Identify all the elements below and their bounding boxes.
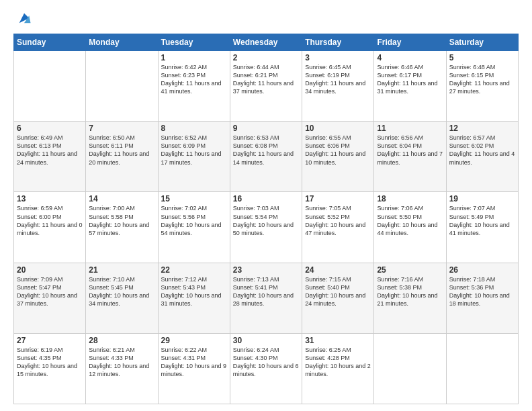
calendar-cell: 12Sunrise: 6:57 AM Sunset: 6:02 PM Dayli… [446, 122, 518, 192]
day-info: Sunrise: 6:53 AM Sunset: 6:08 PM Dayligh… [233, 134, 299, 167]
day-number: 27 [17, 336, 83, 345]
calendar-cell: 13Sunrise: 6:59 AM Sunset: 6:00 PM Dayli… [14, 192, 86, 263]
calendar-cell: 18Sunrise: 7:06 AM Sunset: 5:50 PM Dayli… [374, 192, 446, 263]
day-number: 23 [233, 265, 299, 275]
calendar-cell: 22Sunrise: 7:12 AM Sunset: 5:43 PM Dayli… [158, 263, 230, 333]
day-info: Sunrise: 6:50 AM Sunset: 6:11 PM Dayligh… [89, 134, 154, 167]
day-number: 19 [449, 194, 515, 203]
day-info: Sunrise: 6:55 AM Sunset: 6:06 PM Dayligh… [305, 134, 371, 167]
day-info: Sunrise: 7:09 AM Sunset: 5:47 PM Dayligh… [17, 275, 83, 308]
day-number: 30 [233, 336, 299, 345]
day-info: Sunrise: 6:19 AM Sunset: 4:35 PM Dayligh… [17, 346, 83, 379]
calendar-cell: 6Sunrise: 6:49 AM Sunset: 6:13 PM Daylig… [14, 122, 86, 192]
day-number: 13 [17, 194, 83, 203]
day-info: Sunrise: 6:57 AM Sunset: 6:02 PM Dayligh… [449, 134, 515, 167]
day-number: 17 [305, 194, 371, 203]
calendar-cell: 16Sunrise: 7:03 AM Sunset: 5:54 PM Dayli… [230, 192, 302, 263]
day-info: Sunrise: 6:42 AM Sunset: 6:23 PM Dayligh… [161, 63, 227, 96]
calendar-day-header: Friday [374, 34, 446, 51]
calendar-cell: 9Sunrise: 6:53 AM Sunset: 6:08 PM Daylig… [230, 122, 302, 192]
day-info: Sunrise: 7:18 AM Sunset: 5:36 PM Dayligh… [449, 275, 515, 308]
calendar-cell: 10Sunrise: 6:55 AM Sunset: 6:06 PM Dayli… [302, 122, 374, 192]
day-info: Sunrise: 6:21 AM Sunset: 4:33 PM Dayligh… [89, 346, 154, 379]
day-number: 18 [377, 194, 443, 203]
day-number: 14 [89, 194, 154, 203]
day-info: Sunrise: 7:05 AM Sunset: 5:52 PM Dayligh… [305, 204, 371, 237]
day-number: 12 [449, 124, 515, 133]
day-info: Sunrise: 7:00 AM Sunset: 5:58 PM Dayligh… [89, 204, 154, 237]
day-info: Sunrise: 6:46 AM Sunset: 6:17 PM Dayligh… [377, 63, 443, 96]
calendar-cell: 5Sunrise: 6:48 AM Sunset: 6:15 PM Daylig… [446, 51, 518, 122]
calendar-header-row: SundayMondayTuesdayWednesdayThursdayFrid… [14, 34, 519, 51]
calendar-cell: 1Sunrise: 6:42 AM Sunset: 6:23 PM Daylig… [158, 51, 230, 122]
day-info: Sunrise: 6:45 AM Sunset: 6:19 PM Dayligh… [305, 63, 371, 96]
day-number: 31 [305, 336, 371, 345]
day-number: 6 [17, 124, 83, 133]
calendar-cell: 19Sunrise: 7:07 AM Sunset: 5:49 PM Dayli… [446, 192, 518, 263]
calendar-cell: 7Sunrise: 6:50 AM Sunset: 6:11 PM Daylig… [86, 122, 158, 192]
calendar-week-row: 6Sunrise: 6:49 AM Sunset: 6:13 PM Daylig… [14, 122, 519, 192]
day-number: 10 [305, 124, 371, 133]
day-info: Sunrise: 6:24 AM Sunset: 4:30 PM Dayligh… [233, 346, 299, 379]
logo-icon [17, 11, 32, 26]
day-number: 2 [233, 53, 299, 62]
day-number: 4 [377, 53, 443, 62]
day-info: Sunrise: 7:03 AM Sunset: 5:54 PM Dayligh… [233, 204, 299, 237]
calendar-cell: 17Sunrise: 7:05 AM Sunset: 5:52 PM Dayli… [302, 192, 374, 263]
day-info: Sunrise: 7:13 AM Sunset: 5:41 PM Dayligh… [233, 275, 299, 308]
calendar-cell: 29Sunrise: 6:22 AM Sunset: 4:31 PM Dayli… [158, 333, 230, 404]
calendar-day-header: Thursday [302, 34, 374, 51]
day-number: 28 [89, 336, 154, 345]
day-number: 15 [161, 194, 227, 203]
calendar-week-row: 20Sunrise: 7:09 AM Sunset: 5:47 PM Dayli… [14, 263, 519, 333]
day-number: 11 [377, 124, 443, 133]
calendar-day-header: Tuesday [158, 34, 230, 51]
day-info: Sunrise: 7:07 AM Sunset: 5:49 PM Dayligh… [449, 204, 515, 237]
calendar-day-header: Saturday [446, 34, 518, 51]
calendar-cell: 31Sunrise: 6:25 AM Sunset: 4:28 PM Dayli… [302, 333, 374, 404]
calendar-cell: 24Sunrise: 7:15 AM Sunset: 5:40 PM Dayli… [302, 263, 374, 333]
calendar-cell: 20Sunrise: 7:09 AM Sunset: 5:47 PM Dayli… [14, 263, 86, 333]
calendar-cell [14, 51, 86, 122]
calendar-cell: 14Sunrise: 7:00 AM Sunset: 5:58 PM Dayli… [86, 192, 158, 263]
calendar-cell [374, 333, 446, 404]
calendar-cell: 27Sunrise: 6:19 AM Sunset: 4:35 PM Dayli… [14, 333, 86, 404]
calendar-cell: 8Sunrise: 6:52 AM Sunset: 6:09 PM Daylig… [158, 122, 230, 192]
calendar-day-header: Sunday [14, 34, 86, 51]
calendar-cell: 11Sunrise: 6:56 AM Sunset: 6:04 PM Dayli… [374, 122, 446, 192]
day-number: 22 [161, 265, 227, 275]
day-info: Sunrise: 7:16 AM Sunset: 5:38 PM Dayligh… [377, 275, 443, 308]
day-number: 3 [305, 53, 371, 62]
day-info: Sunrise: 6:22 AM Sunset: 4:31 PM Dayligh… [161, 346, 227, 379]
day-number: 1 [161, 53, 227, 62]
day-number: 26 [449, 265, 515, 275]
day-number: 24 [305, 265, 371, 275]
day-info: Sunrise: 7:02 AM Sunset: 5:56 PM Dayligh… [161, 204, 227, 237]
day-info: Sunrise: 7:15 AM Sunset: 5:40 PM Dayligh… [305, 275, 371, 308]
day-info: Sunrise: 6:48 AM Sunset: 6:15 PM Dayligh… [449, 63, 515, 96]
day-info: Sunrise: 7:12 AM Sunset: 5:43 PM Dayligh… [161, 275, 227, 308]
day-info: Sunrise: 6:25 AM Sunset: 4:28 PM Dayligh… [305, 346, 371, 379]
page: SundayMondayTuesdayWednesdayThursdayFrid… [0, 0, 532, 411]
calendar-cell: 23Sunrise: 7:13 AM Sunset: 5:41 PM Dayli… [230, 263, 302, 333]
calendar-cell: 25Sunrise: 7:16 AM Sunset: 5:38 PM Dayli… [374, 263, 446, 333]
calendar-cell: 15Sunrise: 7:02 AM Sunset: 5:56 PM Dayli… [158, 192, 230, 263]
day-number: 21 [89, 265, 154, 275]
calendar-cell [446, 333, 518, 404]
day-info: Sunrise: 6:56 AM Sunset: 6:04 PM Dayligh… [377, 134, 443, 167]
day-info: Sunrise: 6:59 AM Sunset: 6:00 PM Dayligh… [17, 204, 83, 237]
day-info: Sunrise: 6:49 AM Sunset: 6:13 PM Dayligh… [17, 134, 83, 167]
calendar-cell [86, 51, 158, 122]
logo [13, 11, 32, 27]
day-number: 20 [17, 265, 83, 275]
day-info: Sunrise: 7:10 AM Sunset: 5:45 PM Dayligh… [89, 275, 154, 308]
day-info: Sunrise: 6:52 AM Sunset: 6:09 PM Dayligh… [161, 134, 227, 167]
calendar-cell: 4Sunrise: 6:46 AM Sunset: 6:17 PM Daylig… [374, 51, 446, 122]
header [13, 11, 519, 27]
day-number: 7 [89, 124, 154, 133]
day-number: 8 [161, 124, 227, 133]
calendar-cell: 3Sunrise: 6:45 AM Sunset: 6:19 PM Daylig… [302, 51, 374, 122]
calendar-week-row: 27Sunrise: 6:19 AM Sunset: 4:35 PM Dayli… [14, 333, 519, 404]
day-info: Sunrise: 7:06 AM Sunset: 5:50 PM Dayligh… [377, 204, 443, 237]
calendar-cell: 21Sunrise: 7:10 AM Sunset: 5:45 PM Dayli… [86, 263, 158, 333]
